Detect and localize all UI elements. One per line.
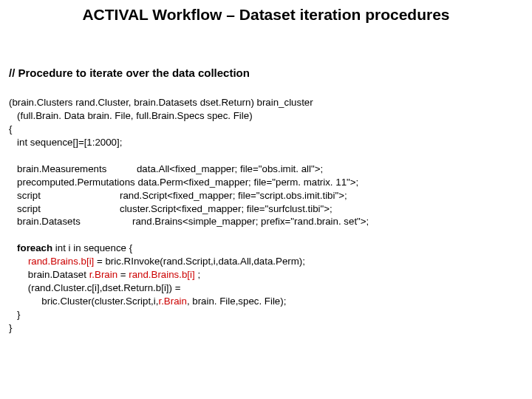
decl-c1-3: script [9,190,41,201]
slide-title: ACTIVAL Workflow – Dataset iteration pro… [0,6,532,24]
brace-close: } [9,322,12,333]
foreach-keyword: foreach [17,242,52,253]
body-l4c: , brain. File,spec. File); [187,296,287,307]
sig-line-2: (full.Brain. Data brain. File, full.Brai… [9,110,253,121]
sequence-decl: int sequence[]=[1:2000]; [9,137,122,148]
decl-c1-5: brain.Datasets [9,216,81,227]
decl-c2-5: rand.Brains<simple_mapper; prefix="rand.… [129,216,369,227]
body-l1-hl: rand.Brains.b[i] [28,256,94,267]
body-l2c: = [117,269,129,280]
foreach-rest: int i in sequence { [52,242,132,253]
decl-c1-1: brain.Measurements [9,163,106,174]
body-l4-hl: r.Brain [158,296,186,307]
slide-subtitle: // Procedure to iterate over the data co… [9,66,250,79]
slide: ACTIVAL Workflow – Dataset iteration pro… [0,0,532,399]
code-block: (brain.Clusters rand.Cluster, brain.Data… [9,96,523,335]
decl-c2-1: data.All<fixed_mapper; file="obs.imit. a… [137,163,323,174]
body-l2-hl2: rand.Brains.b[i] [129,269,194,280]
decl-c2-3: rand.Script<fixed_mapper; file="script.o… [117,190,347,201]
body-l2a: brain.Dataset [9,269,89,280]
brace-inner-close: } [9,309,21,320]
body-l2-hl1: r.Brain [89,269,117,280]
body-l1-rest: = bric.RInvoke(rand.Script,i,data.All,da… [94,256,305,267]
brace-open: { [9,123,12,134]
decl-c1-4: script [9,203,41,214]
decl-c2-4: cluster.Script<fixed_mapper; file="surfc… [120,203,332,214]
body-l2e: ; [195,269,200,280]
sig-line-1: (brain.Clusters rand.Cluster, brain.Data… [9,97,313,108]
body-l3: (rand.Cluster.c[i],dset.Return.b[i]) = [9,282,180,293]
decl-c1-2: precomputed.Permutations [9,177,135,188]
decl-c2-2: data.Perm<fixed_mapper; file="perm. matr… [137,177,358,188]
body-l4a: bric.Cluster(cluster.Script,i, [9,296,158,307]
